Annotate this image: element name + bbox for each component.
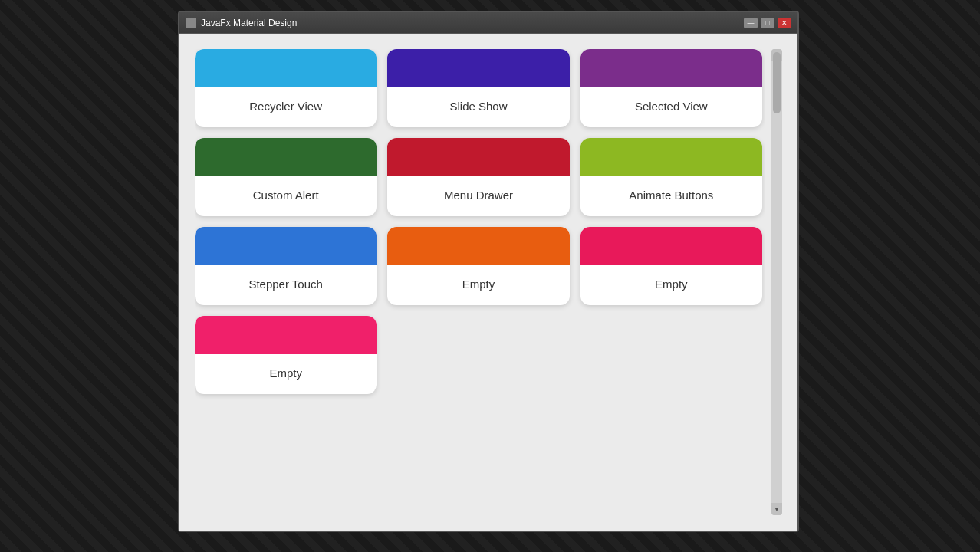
- card-body-animate-buttons: Animate Buttons: [580, 176, 762, 216]
- card-body-menu-drawer: Menu Drawer: [387, 176, 569, 216]
- window-controls: — □ ✕: [744, 18, 791, 28]
- card-header-empty-3: [195, 316, 377, 354]
- card-stepper-touch[interactable]: Stepper Touch: [195, 227, 377, 305]
- card-grid: Recycler ViewSlide ShowSelected ViewCust…: [195, 49, 765, 394]
- card-animate-buttons[interactable]: Animate Buttons: [580, 138, 762, 216]
- close-button[interactable]: ✕: [778, 18, 791, 28]
- card-label-slide-show: Slide Show: [449, 100, 507, 113]
- card-label-recycler-view: Recycler View: [249, 100, 322, 113]
- card-header-slide-show: [387, 49, 569, 87]
- card-header-selected-view: [580, 49, 762, 87]
- card-body-selected-view: Selected View: [580, 87, 762, 127]
- card-custom-alert[interactable]: Custom Alert: [195, 138, 377, 216]
- card-label-empty-1: Empty: [462, 278, 495, 291]
- card-label-custom-alert: Custom Alert: [253, 189, 319, 202]
- card-header-recycler-view: [195, 49, 377, 87]
- card-header-menu-drawer: [387, 138, 569, 176]
- card-grid-area: Recycler ViewSlide ShowSelected ViewCust…: [195, 49, 765, 515]
- card-body-empty-1: Empty: [387, 265, 569, 305]
- card-label-empty-3: Empty: [269, 366, 302, 380]
- card-selected-view[interactable]: Selected View: [580, 49, 762, 127]
- card-body-stepper-touch: Stepper Touch: [195, 265, 377, 305]
- card-body-custom-alert: Custom Alert: [195, 176, 377, 216]
- window-title-area: JavaFx Material Design: [186, 18, 297, 28]
- scrollbar-thumb[interactable]: [773, 52, 781, 113]
- scrollbar-down-arrow[interactable]: ▼: [771, 503, 782, 515]
- window-content: Recycler ViewSlide ShowSelected ViewCust…: [179, 34, 797, 531]
- window-title: JavaFx Material Design: [201, 18, 297, 28]
- application-window: JavaFx Material Design — □ ✕ Recycler Vi…: [178, 11, 799, 532]
- card-label-empty-2: Empty: [655, 278, 688, 291]
- minimize-button[interactable]: —: [744, 18, 758, 28]
- card-header-empty-1: [387, 227, 569, 265]
- card-body-empty-2: Empty: [580, 265, 762, 305]
- card-header-custom-alert: [195, 138, 377, 176]
- card-label-selected-view: Selected View: [635, 100, 708, 113]
- card-empty-2[interactable]: Empty: [580, 227, 762, 305]
- card-slide-show[interactable]: Slide Show: [387, 49, 569, 127]
- card-body-slide-show: Slide Show: [387, 87, 569, 127]
- titlebar: JavaFx Material Design — □ ✕: [179, 12, 797, 34]
- card-header-empty-2: [580, 227, 762, 265]
- card-body-recycler-view: Recycler View: [195, 87, 377, 127]
- card-label-stepper-touch: Stepper Touch: [248, 278, 322, 291]
- card-menu-drawer[interactable]: Menu Drawer: [387, 138, 569, 216]
- card-label-menu-drawer: Menu Drawer: [444, 189, 513, 202]
- scrollbar[interactable]: ▲ ▼: [771, 49, 782, 515]
- card-empty-1[interactable]: Empty: [387, 227, 569, 305]
- card-body-empty-3: Empty: [195, 354, 377, 394]
- card-label-animate-buttons: Animate Buttons: [629, 189, 713, 202]
- card-recycler-view[interactable]: Recycler View: [195, 49, 377, 127]
- card-empty-3[interactable]: Empty: [195, 316, 377, 394]
- card-header-animate-buttons: [580, 138, 762, 176]
- app-icon: [186, 18, 196, 28]
- card-header-stepper-touch: [195, 227, 377, 265]
- maximize-button[interactable]: □: [761, 18, 774, 28]
